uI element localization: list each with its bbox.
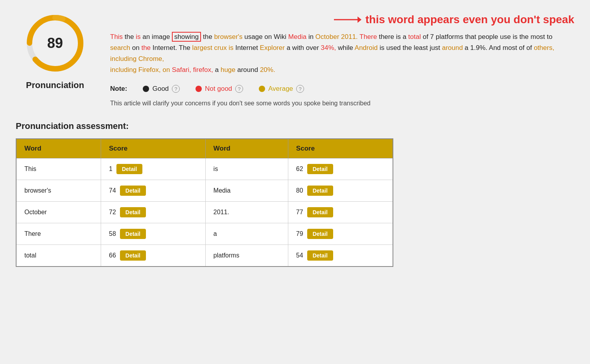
detail-button-left[interactable]: Detail	[116, 164, 142, 174]
pronunciation-label: Pronunciation	[26, 80, 84, 90]
text-paragraph: This the is an image showing the browser…	[110, 31, 574, 75]
score-value-right: 54	[296, 252, 303, 259]
col-word1: Word	[16, 139, 101, 158]
word-this: This	[110, 33, 123, 40]
score-cell-left: 58 Detail	[101, 223, 206, 245]
word-cell-right: Media	[205, 180, 288, 202]
word-20: 20%.	[260, 66, 275, 74]
word-browsers: browser's	[214, 33, 242, 40]
col-score2: Score	[288, 139, 393, 158]
score-ring: 89	[24, 12, 87, 75]
word-cell-left: browser's	[16, 180, 101, 202]
score-value-left: 74	[109, 187, 116, 194]
score-cell-right: 77 Detail	[288, 202, 393, 223]
arrow-icon	[330, 12, 361, 28]
score-cell-left: 66 Detail	[101, 245, 206, 267]
word-cell-left: There	[16, 223, 101, 245]
detail-button-right[interactable]: Detail	[307, 250, 333, 261]
word-safari-firefox: Safari, firefox,	[172, 66, 213, 74]
note-good: Good ?	[143, 85, 180, 93]
word-around: around	[442, 44, 463, 51]
score-value-right: 79	[296, 230, 303, 237]
word-there: There	[360, 33, 377, 40]
score-area: 89 Pronunciation	[16, 12, 94, 90]
detail-button-right[interactable]: Detail	[307, 186, 333, 196]
score-cell-right: 80 Detail	[288, 180, 393, 202]
note-section: Note: Good ? Not good ? Average ?	[110, 85, 574, 93]
score-cell-left: 74 Detail	[101, 180, 206, 202]
top-section: 89 Pronunciation this word appears even …	[16, 12, 574, 107]
word-october-2011: October 2011.	[315, 33, 358, 40]
detail-button-right[interactable]: Detail	[307, 207, 333, 217]
word-showing-boxed: showing	[172, 32, 201, 42]
word-cell-right: 2011.	[205, 202, 288, 223]
detail-button-right[interactable]: Detail	[307, 164, 333, 174]
score-value-left: 72	[109, 209, 116, 216]
word-cell-left: total	[16, 245, 101, 267]
detail-button-left[interactable]: Detail	[120, 250, 146, 261]
score-cell-right: 54 Detail	[288, 245, 393, 267]
assessment-table: Word Score Word Score This 1 Detail is 6…	[16, 138, 393, 267]
score-value: 89	[47, 35, 63, 51]
word-cell-right: is	[205, 158, 288, 180]
word-search: search	[110, 44, 130, 51]
detail-button-right[interactable]: Detail	[307, 229, 333, 239]
score-cell-left: 72 Detail	[101, 202, 206, 223]
detail-button-left[interactable]: Detail	[120, 229, 146, 239]
word-cell-right: a	[205, 223, 288, 245]
word-cell-right: platforms	[205, 245, 288, 267]
word-huge: huge	[221, 66, 236, 74]
table-row: total 66 Detail platforms 54 Detail	[16, 245, 393, 267]
word-including-firefox-on: including Firefox, on	[110, 66, 170, 74]
word-media: Media	[288, 33, 306, 40]
word-android: Android	[355, 44, 378, 51]
help-average[interactable]: ?	[296, 85, 304, 93]
note-average-label: Average	[268, 85, 293, 93]
score-value-right: 77	[296, 209, 303, 216]
note-good-label: Good	[152, 85, 169, 93]
word-largest-crux: largest crux is	[192, 44, 234, 51]
dot-good	[143, 86, 149, 92]
note-label: Note:	[110, 85, 127, 93]
score-value-left: 1	[109, 165, 112, 173]
score-value-left: 58	[109, 230, 116, 237]
banner-text: this word appears even you don't speak	[365, 13, 574, 26]
note-average: Average ?	[259, 85, 304, 93]
col-score1: Score	[101, 139, 206, 158]
word-the: the	[141, 44, 151, 51]
table-row: October 72 Detail 2011. 77 Detail	[16, 202, 393, 223]
dot-average	[259, 86, 265, 92]
note-not-good-label: Not good	[205, 85, 232, 93]
svg-marker-4	[358, 17, 361, 23]
score-value-right: 80	[296, 187, 303, 194]
word-is: is	[136, 33, 140, 40]
detail-button-left[interactable]: Detail	[120, 186, 146, 196]
word-cell-left: October	[16, 202, 101, 223]
score-value-left: 66	[109, 252, 116, 259]
help-not-good[interactable]: ?	[235, 85, 243, 93]
note-not-good: Not good ?	[195, 85, 243, 93]
score-value-right: 62	[296, 165, 303, 173]
clarify-text: This article will clarify your concerns …	[110, 100, 574, 107]
annotation-banner: this word appears even you don't speak	[110, 12, 574, 28]
score-cell-right: 62 Detail	[288, 158, 393, 180]
table-header-row: Word Score Word Score	[16, 139, 393, 158]
dot-not-good	[195, 86, 202, 92]
annotation-box: this word appears even you don't speak T…	[110, 12, 574, 107]
word-explorer: Explorer	[260, 44, 285, 51]
help-good[interactable]: ?	[172, 85, 180, 93]
table-row: browser's 74 Detail Media 80 Detail	[16, 180, 393, 202]
assessment-title: Pronunciation assessment:	[16, 121, 574, 131]
col-word2: Word	[205, 139, 288, 158]
table-row: There 58 Detail a 79 Detail	[16, 223, 393, 245]
assessment-section: Pronunciation assessment: Word Score Wor…	[16, 121, 574, 267]
word-34: 34%,	[321, 44, 336, 51]
word-total: total	[408, 33, 421, 40]
score-cell-right: 79 Detail	[288, 223, 393, 245]
score-cell-left: 1 Detail	[101, 158, 206, 180]
word-cell-left: This	[16, 158, 101, 180]
table-row: This 1 Detail is 62 Detail	[16, 158, 393, 180]
detail-button-left[interactable]: Detail	[120, 207, 146, 217]
